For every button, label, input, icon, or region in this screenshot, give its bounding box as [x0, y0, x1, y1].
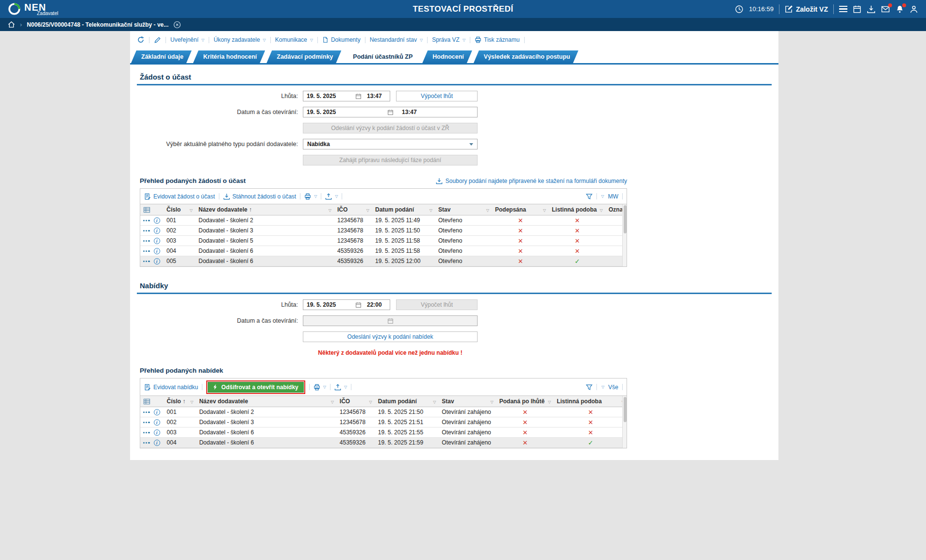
grid-icon[interactable]	[143, 207, 161, 213]
export-table-button[interactable]: ▽	[334, 384, 347, 391]
column-header[interactable]: ▽IČO	[334, 204, 372, 215]
menu-komunikace[interactable]: Komunikace▽	[275, 36, 313, 43]
table-scrollbar[interactable]	[622, 204, 627, 266]
offers-deadline-date-value[interactable]: 19. 5. 2025	[307, 301, 353, 308]
filter-caret-icon[interactable]: ▽	[491, 400, 494, 404]
chevron-down-icon[interactable]: ▽	[601, 194, 604, 198]
row-info-icon[interactable]: i	[154, 429, 160, 436]
column-header[interactable]: ▽Datum podání	[375, 396, 439, 407]
refresh-icon[interactable]	[137, 36, 145, 44]
filter-caret-icon[interactable]: ▽	[543, 208, 546, 213]
chevron-down-icon[interactable]: ▽	[601, 385, 604, 389]
close-icon[interactable]	[173, 21, 181, 29]
nen-logo[interactable]: NEN Zadavatel	[8, 2, 58, 16]
table-row[interactable]: i005Dodavatel - školení 64535932619. 5. …	[140, 256, 627, 266]
column-header[interactable]: ▽Podaná po lhůtě	[496, 396, 554, 407]
filter-caret-icon[interactable]: ▽	[486, 208, 489, 213]
column-header[interactable]: ▽Podepsána	[492, 204, 549, 215]
download-requests-link[interactable]: Stáhnout žádosti o účast	[223, 193, 296, 200]
table-row[interactable]: i001Dodavatel - školení 21234567819. 5. …	[140, 407, 627, 417]
filter-icon[interactable]	[586, 384, 593, 391]
tab-vysledek-zadavaciho-postupu[interactable]: Výsledek zadávacího postupu	[474, 50, 579, 63]
row-menu-icon[interactable]	[143, 412, 150, 413]
column-header[interactable]: ▽Datum podání	[372, 204, 435, 215]
column-header[interactable]: ▽IČO	[337, 396, 375, 407]
column-header[interactable]: ▽Číslo ↑	[164, 396, 197, 407]
table-row[interactable]: i002Dodavatel - školení 31234567819. 5. …	[140, 417, 627, 428]
row-info-icon[interactable]: i	[154, 419, 160, 426]
calendar-icon[interactable]	[355, 302, 362, 308]
export-table-button[interactable]: ▽	[325, 193, 338, 200]
table-row[interactable]: i004Dodavatel - školení 64535932619. 5. …	[140, 246, 627, 256]
opening-time-value[interactable]: 13:47	[396, 109, 474, 115]
table-row[interactable]: i004Dodavatel - školení 64535932619. 5. …	[140, 438, 627, 448]
user-icon[interactable]	[909, 5, 918, 14]
filter-caret-icon[interactable]: ▽	[369, 400, 372, 404]
row-menu-icon[interactable]	[143, 230, 150, 231]
offers-deadline-time-value[interactable]: 22:00	[364, 301, 386, 308]
tab-kriteria-hodnoceni[interactable]: Kritéria hodnocení	[193, 50, 265, 63]
print-table-button[interactable]: ▽	[304, 193, 317, 200]
row-menu-icon[interactable]	[143, 422, 150, 423]
view-selector[interactable]: Vše	[608, 384, 618, 391]
tab-zadavaci-podminky[interactable]: Zadávací podmínky	[266, 50, 341, 63]
row-info-icon[interactable]: i	[154, 248, 160, 254]
decrypt-open-offers-button[interactable]: Odšifrovat a otevřít nabídky	[208, 382, 304, 393]
filter-caret-icon[interactable]: ▽	[190, 400, 193, 404]
row-info-icon[interactable]: i	[154, 217, 160, 224]
deadline-datetime-input[interactable]: 19. 5. 2025 13:47	[303, 91, 390, 101]
table-row[interactable]: i003Dodavatel - školení 51234567819. 5. …	[140, 236, 627, 246]
calendar-icon[interactable]	[387, 318, 394, 324]
row-info-icon[interactable]: i	[154, 238, 160, 244]
row-menu-icon[interactable]	[143, 220, 150, 221]
mail-icon[interactable]	[881, 5, 890, 14]
filter-caret-icon[interactable]: ▽	[190, 208, 193, 213]
grid-icon[interactable]	[143, 398, 161, 405]
edit-icon[interactable]	[154, 36, 161, 44]
breadcrumb[interactable]: N006/25/V00004748 - Telekomunikační služ…	[27, 21, 168, 28]
row-info-icon[interactable]: i	[154, 258, 160, 264]
tab-zakladni-udaje[interactable]: Základní údaje	[131, 50, 192, 63]
offers-deadline-datetime-input[interactable]: 19. 5. 2025 22:00	[303, 299, 390, 310]
column-header[interactable]: ▽Název dodavatele	[196, 396, 336, 407]
calc-deadlines-button[interactable]: Výpočet lhůt	[396, 91, 478, 101]
send-call-offers-button[interactable]: Odeslání výzvy k podání nabídek	[303, 331, 478, 342]
offers-opening-datetime-input[interactable]	[303, 315, 478, 326]
deadline-time-value[interactable]: 13:47	[364, 93, 386, 99]
deadline-date-value[interactable]: 19. 5. 2025	[307, 93, 353, 99]
menu-sprava-vz[interactable]: Správa VZ▽	[432, 36, 465, 43]
table-row[interactable]: i002Dodavatel - školení 31234567819. 5. …	[140, 226, 627, 236]
menu-uverejneni[interactable]: Uveřejnění▽	[170, 36, 204, 43]
register-request-link[interactable]: Evidovat žádost o účast	[144, 193, 215, 200]
filter-caret-icon[interactable]: ▽	[331, 400, 334, 404]
menu-nestandardni-stav[interactable]: Nestandardní stav▽	[370, 36, 423, 43]
column-header[interactable]: ▽Stav	[435, 204, 492, 215]
submission-type-select[interactable]: Nabídka	[303, 139, 478, 149]
row-menu-icon[interactable]	[143, 240, 150, 242]
print-table-button[interactable]: ▽	[314, 384, 326, 391]
menu-tisk-zaznamu[interactable]: Tisk záznamu	[475, 36, 520, 43]
opening-date-value[interactable]: 19. 5. 2025	[307, 109, 336, 115]
filter-icon[interactable]	[586, 193, 593, 200]
column-header[interactable]: ▽Stav	[439, 396, 496, 407]
tab-hodnoceni[interactable]: Hodnocení	[422, 50, 472, 63]
filter-caret-icon[interactable]: ▽	[329, 208, 331, 213]
filter-caret-icon[interactable]: ▽	[430, 208, 432, 213]
table-scrollbar[interactable]	[622, 396, 627, 448]
row-menu-icon[interactable]	[143, 432, 150, 433]
column-header[interactable]: ▽Číslo	[164, 204, 196, 215]
column-header[interactable]: ▽Název dodavatele ↑	[196, 204, 334, 215]
menu-ukony-zadavatele[interactable]: Úkony zadavatele▽	[214, 36, 266, 43]
bell-icon[interactable]	[895, 5, 904, 14]
calendar-icon[interactable]	[387, 109, 394, 115]
filter-caret-icon[interactable]: ▽	[366, 208, 369, 213]
menu-icon[interactable]	[839, 6, 847, 12]
row-info-icon[interactable]: i	[154, 409, 160, 415]
row-menu-icon[interactable]	[143, 442, 150, 444]
calendar-icon[interactable]	[853, 5, 861, 14]
table-row[interactable]: i001Dodavatel - školení 21234567819. 5. …	[140, 215, 627, 226]
download-icon[interactable]	[867, 5, 876, 14]
filter-caret-icon[interactable]: ▽	[548, 400, 551, 404]
row-menu-icon[interactable]	[143, 250, 150, 252]
tab-podani-ucastniku-zp[interactable]: Podání účastníků ZP	[343, 50, 421, 63]
